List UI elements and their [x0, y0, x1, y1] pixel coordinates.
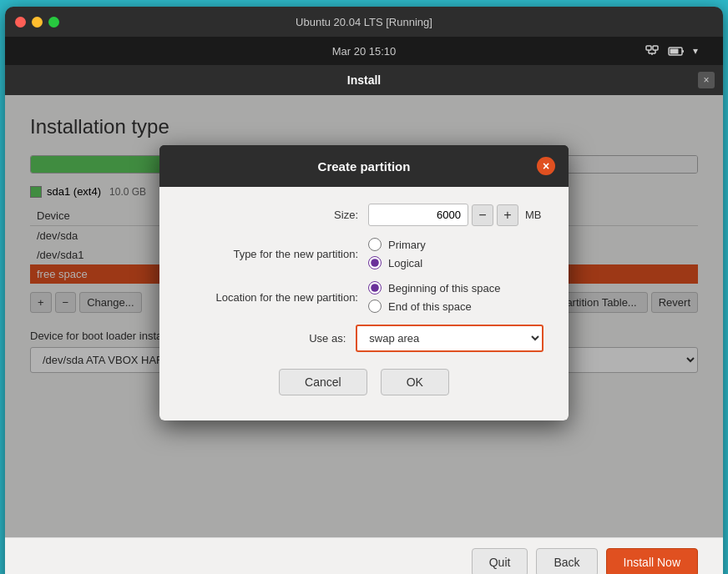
svg-rect-1: [653, 46, 658, 50]
size-input[interactable]: [368, 204, 468, 226]
use-as-select[interactable]: swap area Ext4 journaling file system Ex…: [356, 325, 543, 352]
minimize-button[interactable]: [32, 17, 43, 28]
use-as-label: Use as:: [185, 332, 356, 345]
install-close-button[interactable]: ×: [698, 72, 715, 88]
main-window: Ubuntu 20.04 LTS [Running] Mar 20 15:10 …: [5, 7, 723, 574]
title-bar: Ubuntu 20.04 LTS [Running]: [5, 7, 723, 37]
modal-close-button[interactable]: ×: [537, 157, 555, 175]
close-button[interactable]: [15, 17, 26, 28]
modal-body: Size: − + MB Type for the new partition:: [159, 187, 569, 420]
use-as-row: Use as: swap area Ext4 journaling file s…: [185, 325, 543, 352]
type-label: Type for the new partition:: [185, 248, 368, 260]
install-header: Install ×: [5, 65, 723, 95]
status-bar: Mar 20 15:10 ▾: [5, 37, 723, 65]
partition-location-row: Location for the new partition: Beginnin…: [185, 281, 543, 313]
modal-footer: Cancel OK: [185, 369, 543, 404]
cancel-button[interactable]: Cancel: [279, 369, 367, 395]
logical-radio-label[interactable]: Logical: [368, 256, 543, 269]
end-radio-label[interactable]: End of this space: [368, 300, 543, 313]
create-partition-dialog: Create partition × Size: − + MB: [159, 145, 569, 420]
back-button[interactable]: Back: [536, 548, 597, 574]
partition-type-row: Type for the new partition: Primary Logi…: [185, 238, 543, 269]
install-title: Install: [347, 73, 381, 87]
modal-title: Create partition: [191, 159, 537, 174]
main-content: Installation type sda1 (ext4) 10.0 GB fr…: [5, 95, 723, 537]
window-title: Ubuntu 20.04 LTS [Running]: [296, 16, 432, 28]
beginning-radio-label[interactable]: Beginning of this space: [368, 281, 543, 295]
size-label: Size:: [185, 209, 368, 221]
battery-icon: [668, 44, 685, 58]
location-label: Location for the new partition:: [185, 291, 368, 304]
install-now-button[interactable]: Install Now: [606, 548, 698, 574]
maximize-button[interactable]: [48, 17, 59, 28]
dropdown-arrow[interactable]: ▾: [693, 45, 698, 57]
logical-label: Logical: [388, 257, 422, 269]
size-input-group: − + MB: [368, 204, 542, 226]
svg-rect-0: [646, 46, 651, 50]
bottom-bar: Quit Back Install Now: [5, 537, 723, 574]
primary-radio[interactable]: [368, 238, 382, 251]
end-label: End of this space: [388, 300, 472, 313]
quit-button[interactable]: Quit: [472, 548, 528, 574]
window-controls: [15, 17, 59, 28]
beginning-radio[interactable]: [368, 281, 382, 295]
datetime-display: Mar 20 15:10: [332, 45, 397, 58]
size-minus-button[interactable]: −: [472, 204, 493, 226]
primary-radio-label[interactable]: Primary: [368, 238, 543, 251]
type-radio-group: Primary Logical: [368, 238, 543, 269]
svg-rect-8: [682, 50, 684, 53]
primary-label: Primary: [388, 239, 426, 251]
svg-rect-7: [670, 49, 679, 54]
end-radio[interactable]: [368, 300, 382, 313]
modal-header: Create partition ×: [159, 145, 569, 187]
logical-radio[interactable]: [368, 256, 382, 269]
modal-overlay: Create partition × Size: − + MB: [5, 95, 723, 537]
beginning-label: Beginning of this space: [388, 282, 500, 295]
size-row: Size: − + MB: [185, 204, 543, 226]
size-unit: MB: [525, 209, 542, 221]
status-icons: ▾: [645, 44, 698, 58]
network-icon: [645, 44, 660, 58]
ok-button[interactable]: OK: [381, 369, 449, 395]
size-plus-button[interactable]: +: [497, 204, 518, 226]
location-radio-group: Beginning of this space End of this spac…: [368, 281, 543, 313]
